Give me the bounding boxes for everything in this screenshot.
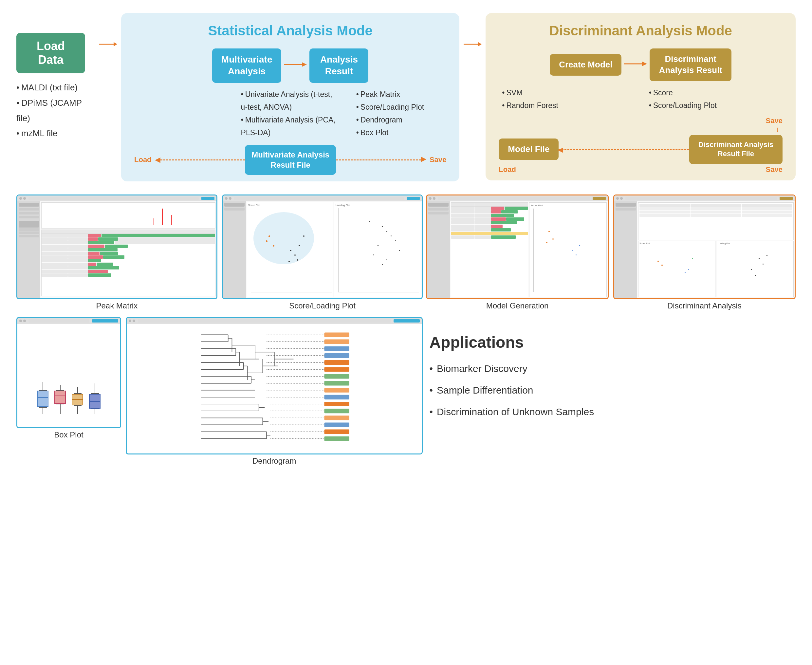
discrim-flow-row-top: Create Model Discriminant Analysis Resul… (499, 49, 783, 81)
td (451, 218, 474, 221)
dendrogram-titlebar (127, 318, 422, 324)
whisker-top (95, 383, 95, 393)
table-header (42, 230, 215, 234)
discrim-result-label: Discriminant Analysis Result (659, 54, 722, 75)
stat-save-label: Save (430, 156, 446, 164)
svg-rect-62 (324, 416, 349, 420)
svg-rect-59 (324, 395, 349, 399)
dendrogram-screenshot (126, 317, 423, 454)
discrim-desc-col2: Score Score/Loading Plot (646, 87, 783, 112)
td (475, 221, 491, 224)
loading-dot (395, 240, 396, 241)
flow-arrow-1 (281, 60, 309, 71)
model-gen-table (451, 202, 528, 297)
svg-rect-50 (324, 332, 349, 337)
discrim-dashed-line: ◀ (558, 149, 689, 150)
table-row (451, 221, 527, 224)
stat-top-screenshots: Peak Matrix (16, 195, 423, 314)
dot (658, 260, 659, 262)
discrim-score-title: Score Plot (531, 204, 543, 207)
scatter-dot (576, 254, 576, 256)
td (451, 224, 474, 228)
sidebar-item (19, 216, 39, 218)
titlebar-title (625, 197, 777, 200)
right-col: Score Plot (426, 195, 796, 429)
table-row (42, 266, 215, 269)
peak-table (41, 229, 215, 296)
loading-plot-area: Loading Plot (334, 202, 421, 297)
dendrogram-section: Dendrogram (126, 317, 423, 469)
spectrum-peak (154, 218, 154, 225)
stat-bottom-screenshots: Box Plot (16, 317, 423, 469)
discrim-desc-item: Score/Loading Plot (649, 99, 779, 112)
titlebar-btn (407, 197, 420, 200)
sidebar-item (616, 208, 636, 211)
load-data-button[interactable]: Load Data (16, 33, 85, 73)
td (68, 270, 88, 273)
box-body (89, 394, 100, 409)
model-file-box: Model File (499, 139, 558, 160)
table-row (42, 252, 215, 255)
dot (763, 264, 763, 265)
table-row (451, 224, 527, 228)
th (742, 204, 792, 207)
table-row (42, 244, 215, 248)
table-row (42, 270, 215, 273)
peak-matrix-sidebar (17, 201, 40, 298)
discrim-flow-row-bottom: Model File ◀ Discriminant Analysis Resul… (499, 135, 783, 164)
scatter-dot (268, 236, 270, 237)
load-data-file-item: mzML file (16, 126, 95, 141)
dot2 (23, 197, 26, 200)
td (88, 259, 101, 262)
discrim-save-label2: Save (766, 165, 783, 174)
create-model-label: Create Model (559, 60, 612, 69)
dot1 (225, 197, 228, 200)
discrim-analysis-inner: Score Plot (638, 202, 794, 297)
td (506, 218, 524, 221)
discrim-score-plot: Score Plot (638, 241, 716, 297)
discrim-desc-row: SVM Random Forest Score Score/Loading Pl… (499, 87, 783, 112)
stat-to-discrim-arrow (463, 13, 482, 51)
scatter-dot (297, 259, 298, 260)
table-row (640, 214, 792, 217)
stat-desc-col2: Peak Matrix Score/Loading Plot Dendrogra… (353, 88, 447, 139)
spectrum-peak (171, 215, 172, 225)
dot (759, 258, 760, 259)
svg-rect-58 (324, 388, 349, 392)
td (88, 234, 101, 237)
x-axis (720, 293, 792, 293)
box-plot-section: Box Plot (16, 317, 121, 469)
loading-dot (386, 231, 387, 232)
discrim-header-row (640, 204, 792, 207)
titlebar-title (138, 319, 391, 323)
sidebar-item (19, 235, 39, 238)
th (475, 203, 491, 206)
td (105, 244, 128, 248)
titlebar-btn (201, 197, 214, 200)
analysis-result-label: Analysis Result (320, 54, 358, 76)
table-row (42, 256, 215, 259)
y-axis (720, 246, 720, 293)
svg-marker-1 (114, 42, 117, 46)
th (88, 230, 215, 233)
loading-dot (382, 264, 383, 265)
dot2 (433, 197, 435, 200)
loading-dot (369, 221, 370, 222)
score-plot-section: Score Plot (222, 195, 423, 314)
td (88, 238, 98, 241)
scatter-dot (548, 231, 550, 232)
loading-dot (373, 254, 374, 256)
td (68, 263, 88, 266)
loading-plot-label: Loading Plot (717, 242, 730, 244)
discrim-desc-item: Random Forest (502, 99, 632, 112)
discrim-analysis-screenshot: Score Plot (613, 195, 796, 299)
titlebar-btn (394, 319, 420, 323)
svg-marker-7 (642, 62, 647, 66)
applications-title: Applications (429, 333, 792, 351)
td (88, 263, 96, 266)
box-plot-group (21, 327, 117, 414)
table-row (451, 232, 527, 235)
svg-rect-64 (324, 429, 349, 434)
dot (751, 269, 752, 270)
th (451, 203, 474, 206)
